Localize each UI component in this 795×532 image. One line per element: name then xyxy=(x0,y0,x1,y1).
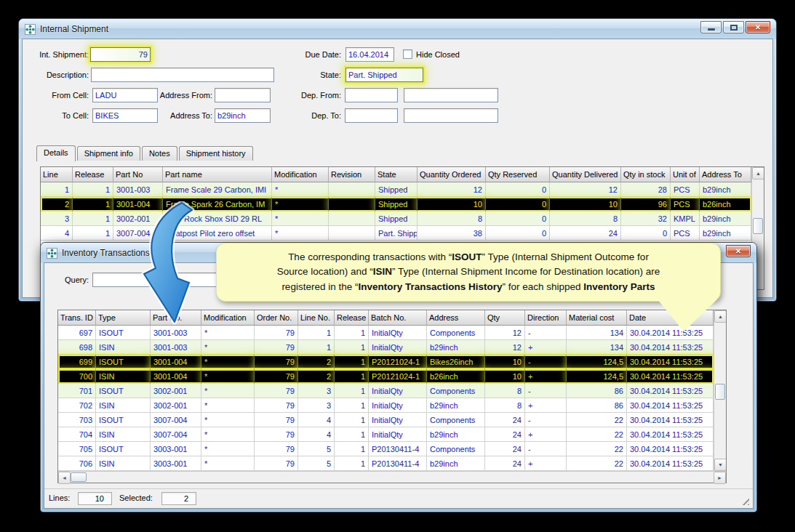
cell[interactable]: 8 xyxy=(485,384,525,398)
cell[interactable]: ISOUT xyxy=(96,384,151,398)
cell[interactable]: P20130411-4 xyxy=(369,456,427,471)
cell[interactable]: 699 xyxy=(58,355,96,369)
cell[interactable]: b29inch xyxy=(427,456,485,471)
cell[interactable]: 0 xyxy=(486,197,550,211)
cell[interactable]: 3002-001 xyxy=(151,398,201,413)
cell[interactable] xyxy=(329,197,375,211)
cell[interactable]: b29inch xyxy=(700,226,751,241)
column-header[interactable]: Material cost xyxy=(567,310,627,326)
cell[interactable]: * xyxy=(272,197,329,211)
tab-notes[interactable]: Notes xyxy=(142,146,177,161)
cell[interactable]: 79 xyxy=(255,355,298,369)
cell[interactable]: 10 xyxy=(485,355,525,369)
cell[interactable]: 3 xyxy=(298,384,335,398)
cell[interactable]: 3003-001 xyxy=(151,442,201,456)
cell[interactable]: Shipped xyxy=(375,211,418,226)
table-row[interactable]: 705ISOUT3003-001*7951P20130411-4Componen… xyxy=(58,442,714,456)
cell[interactable]: ISOUT xyxy=(96,442,151,456)
close-button[interactable]: ✕ xyxy=(726,245,751,257)
cell[interactable]: 3001-003 xyxy=(151,326,201,340)
column-header[interactable]: Qty xyxy=(485,310,525,326)
table-row[interactable]: 702ISIN3002-001*7931InitialQtyb29inch8+8… xyxy=(58,398,714,413)
cell[interactable]: 3 xyxy=(298,398,335,413)
cell[interactable] xyxy=(329,182,375,197)
cell[interactable]: 79 xyxy=(255,456,298,471)
cell[interactable]: 1 xyxy=(335,442,369,456)
cell[interactable]: + xyxy=(525,398,567,413)
cell[interactable]: 12 xyxy=(418,182,486,197)
cell[interactable]: KMPL xyxy=(671,211,700,226)
cell[interactable] xyxy=(329,226,375,241)
dep-from-input[interactable] xyxy=(345,88,398,102)
column-header[interactable]: Direction xyxy=(525,310,567,326)
cell[interactable]: Bikes26inch xyxy=(427,355,485,369)
cell[interactable]: 79 xyxy=(255,442,298,456)
cell[interactable]: 1 xyxy=(73,226,113,241)
cell[interactable]: PCS xyxy=(671,226,700,241)
table-row[interactable]: 113001-003Frame Scale 29 Carbon, IMI*Shi… xyxy=(41,182,751,197)
cell[interactable]: InitialQty xyxy=(369,427,427,442)
tab-details[interactable]: Details xyxy=(36,145,76,161)
column-header[interactable]: Qty Reserved xyxy=(486,167,550,182)
cell[interactable]: b29inch xyxy=(700,211,751,226)
cell[interactable]: 1 xyxy=(335,398,369,413)
cell[interactable]: 22 xyxy=(567,456,627,471)
cell[interactable]: 2 xyxy=(298,369,335,384)
column-header[interactable]: Order No. xyxy=(255,310,298,326)
dep-from-input-2[interactable] xyxy=(404,88,498,102)
column-header[interactable]: Trans. ID xyxy=(58,310,96,326)
cell[interactable]: Shipped xyxy=(375,197,418,211)
cell[interactable]: * xyxy=(201,442,255,456)
cell[interactable]: 1 xyxy=(41,182,73,197)
cell[interactable]: 30.04.2014 11:53:25 xyxy=(627,456,714,471)
cell[interactable]: b29inch xyxy=(427,340,485,355)
cell[interactable]: ISIN xyxy=(96,398,151,413)
maximize-button[interactable] xyxy=(723,21,744,33)
table-row[interactable]: 698ISIN3001-003*7911InitialQtyb29inch12+… xyxy=(58,340,714,355)
scroll-right-button[interactable]: ► xyxy=(714,472,726,484)
cell[interactable]: Frame Scale 29 Carbon, IMI xyxy=(163,182,272,197)
cell[interactable]: PCS xyxy=(671,197,700,211)
column-header[interactable]: Release xyxy=(73,167,113,182)
column-header[interactable]: Address To xyxy=(700,167,751,182)
column-header[interactable]: Quantity Ordered xyxy=(418,167,486,182)
cell[interactable]: Components xyxy=(427,442,485,456)
cell[interactable]: 3001-004 xyxy=(151,369,201,384)
column-header[interactable]: Line xyxy=(41,167,73,182)
transactions-horizontal-scrollbar[interactable]: ◄ ► xyxy=(58,471,726,483)
cell[interactable]: 8 xyxy=(550,211,621,226)
cell[interactable]: * xyxy=(201,326,255,340)
cell[interactable]: Components xyxy=(427,413,485,427)
cell[interactable]: Components xyxy=(427,384,485,398)
int-shipment-input[interactable] xyxy=(90,47,151,62)
cell[interactable]: 3001-003 xyxy=(151,340,201,355)
close-button[interactable]: ✕ xyxy=(746,21,770,33)
cell[interactable]: * xyxy=(272,211,329,226)
cell[interactable]: b29inch xyxy=(427,427,485,442)
cell[interactable]: 12 xyxy=(485,326,525,340)
cell[interactable]: b29inch xyxy=(427,398,485,413)
cell[interactable]: 3001-004 xyxy=(151,355,201,369)
cell[interactable]: 30.04.2014 11:53:25 xyxy=(627,369,714,384)
column-header[interactable]: Batch No. xyxy=(369,310,427,326)
cell[interactable]: - xyxy=(525,355,567,369)
cell[interactable]: 24 xyxy=(485,427,525,442)
cell[interactable]: 10 xyxy=(418,197,486,211)
cell[interactable]: 702 xyxy=(58,398,96,413)
cell[interactable]: 3002-001 xyxy=(151,384,201,398)
cell[interactable]: * xyxy=(201,369,255,384)
cell[interactable]: 22 xyxy=(567,413,627,427)
cell[interactable]: 134 xyxy=(567,326,627,340)
cell[interactable]: - xyxy=(525,442,567,456)
cell[interactable]: 10 xyxy=(485,369,525,384)
cell[interactable]: 124,5 xyxy=(567,355,627,369)
cell[interactable]: 1 xyxy=(73,182,113,197)
cell[interactable]: Shipped xyxy=(375,182,418,197)
cell[interactable]: 86 xyxy=(567,384,627,398)
cell[interactable]: b29inch xyxy=(700,182,751,197)
cell[interactable]: 1 xyxy=(335,456,369,471)
scroll-down-button[interactable]: ▼ xyxy=(714,459,726,471)
cell[interactable]: 79 xyxy=(255,427,298,442)
cell[interactable]: 0 xyxy=(486,182,550,197)
cell[interactable]: P20121024-1 xyxy=(369,369,427,384)
